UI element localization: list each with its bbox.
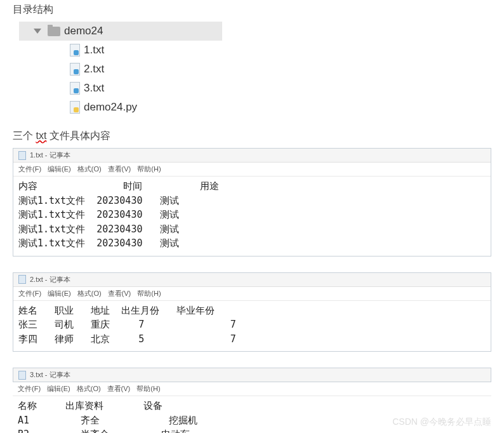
content-row: B2 半齐全 电动车 <box>18 427 486 433</box>
menu-item[interactable]: 格式(O) <box>77 164 102 174</box>
content-row: 李四 律师 北京 5 7 <box>18 332 486 347</box>
tree-file-row[interactable]: demo24.py <box>19 98 222 117</box>
txt-intro-word: txt <box>36 130 46 141</box>
menu-item[interactable]: 格式(O) <box>77 289 102 298</box>
txt-intro-suffix: 文件具体内容 <box>50 130 110 141</box>
notepad-title: 2.txt - 记事本 <box>30 275 70 284</box>
menu-item[interactable]: 编辑(E) <box>48 164 71 174</box>
file-label: 3.txt <box>84 82 104 95</box>
file-icon <box>70 82 80 95</box>
notepad-icon <box>18 151 26 160</box>
file-tree: demo24 1.txt 2.txt 3.txt demo24.py <box>19 22 222 117</box>
file-label: demo24.py <box>84 101 137 114</box>
notepad-window-2: 2.txt - 记事本 文件(F) 编辑(E) 格式(O) 查看(V) 帮助(H… <box>13 272 491 352</box>
notepad-icon <box>18 275 26 284</box>
menu-item[interactable]: 文件(F) <box>18 289 41 298</box>
menu-item[interactable]: 查看(V) <box>107 384 131 394</box>
notepad-icon <box>18 371 26 380</box>
notepad-titlebar: 1.txt - 记事本 <box>13 149 491 163</box>
notepad-menubar: 文件(F) 编辑(E) 格式(O) 查看(V) 帮助(H) <box>13 382 491 396</box>
menu-item[interactable]: 帮助(H) <box>137 164 161 174</box>
menu-item[interactable]: 编辑(E) <box>48 289 71 298</box>
notepad-menubar: 文件(F) 编辑(E) 格式(O) 查看(V) 帮助(H) <box>13 287 491 301</box>
menu-item[interactable]: 格式(O) <box>77 384 101 394</box>
content-row: 测试1.txt文件 20230430 测试 <box>18 236 486 251</box>
notepad-title: 1.txt - 记事本 <box>30 150 70 160</box>
watermark: CSDN @今晚务必早点睡 <box>392 416 491 428</box>
content-row: 姓名 职业 地址 出生月份 毕业年份 <box>18 303 486 318</box>
tree-file-row[interactable]: 3.txt <box>19 79 222 98</box>
file-icon <box>70 44 80 57</box>
txt-intro-prefix: 三个 <box>13 130 33 141</box>
notepad-title: 3.txt - 记事本 <box>30 370 70 380</box>
content-row: 测试1.txt文件 20230430 测试 <box>18 208 486 222</box>
menu-item[interactable]: 帮助(H) <box>136 384 160 394</box>
notepad-titlebar: 2.txt - 记事本 <box>13 273 491 287</box>
menu-item[interactable]: 文件(F) <box>18 384 41 394</box>
file-icon <box>70 63 80 76</box>
notepad-menubar: 文件(F) 编辑(E) 格式(O) 查看(V) 帮助(H) <box>13 163 491 177</box>
content-row: 张三 司机 重庆 7 7 <box>18 317 486 332</box>
tree-folder-row[interactable]: demo24 <box>19 22 222 41</box>
content-row: 测试1.txt文件 20230430 测试 <box>18 194 486 208</box>
notepad-titlebar: 3.txt - 记事本 <box>13 368 491 382</box>
txt-intro-heading: 三个 txt 文件具体内容 <box>13 130 491 143</box>
notepad-content[interactable]: 姓名 职业 地址 出生月份 毕业年份 张三 司机 重庆 7 7 李四 律师 北京… <box>13 301 491 352</box>
tree-file-row[interactable]: 2.txt <box>19 60 222 79</box>
chevron-down-icon <box>34 29 41 34</box>
file-label: 2.txt <box>84 63 104 76</box>
file-label: 1.txt <box>84 44 104 57</box>
content-row: 名称 出库资料 设备 <box>18 399 486 413</box>
notepad-content[interactable]: 内容 时间 用途 测试1.txt文件 20230430 测试 测试1.txt文件… <box>13 177 491 256</box>
content-row: 内容 时间 用途 <box>18 179 486 194</box>
python-file-icon <box>70 101 80 114</box>
tree-file-row[interactable]: 1.txt <box>19 41 222 60</box>
menu-item[interactable]: 查看(V) <box>108 289 131 298</box>
dir-structure-heading: 目录结构 <box>13 3 491 17</box>
menu-item[interactable]: 文件(F) <box>18 164 41 174</box>
menu-item[interactable]: 编辑(E) <box>47 384 70 394</box>
folder-icon <box>48 27 60 36</box>
folder-label: demo24 <box>64 25 103 37</box>
notepad-window-1: 1.txt - 记事本 文件(F) 编辑(E) 格式(O) 查看(V) 帮助(H… <box>13 148 491 256</box>
content-row: 测试1.txt文件 20230430 测试 <box>18 222 486 237</box>
menu-item[interactable]: 查看(V) <box>108 164 131 174</box>
menu-item[interactable]: 帮助(H) <box>137 289 161 298</box>
